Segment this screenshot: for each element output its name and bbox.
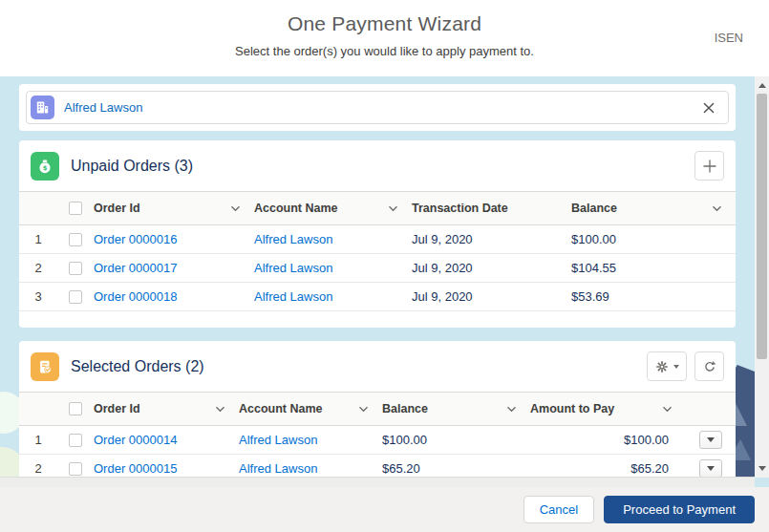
unpaid-orders-card: $ Unpaid Orders (3) [19,140,736,328]
scroll-down-icon[interactable] [755,461,769,476]
order-id-link[interactable]: Order 0000014 [94,433,177,447]
page-subtitle: Select the order(s) you would like to ap… [0,44,769,58]
vertical-scrollbar[interactable] [755,76,769,478]
orders-icon [31,352,59,381]
table-row: 3 Order 0000018 Alfred Lawson Jul 9, 202… [19,283,736,311]
scroll-up-icon[interactable] [755,78,769,93]
column-header-balance[interactable]: Balance [382,402,530,415]
moneybag-icon: $ [31,152,59,181]
refresh-icon [702,359,717,374]
balance-cell: $104.55 [571,261,616,275]
select-all-checkbox[interactable] [69,202,82,215]
cancel-button[interactable]: Cancel [523,496,594,523]
close-icon[interactable] [702,101,716,115]
chevron-down-icon [506,406,517,413]
order-id-link[interactable]: Order 0000015 [94,461,177,476]
account-name-link[interactable]: Alfred Lawson [239,461,317,476]
selected-orders-title: Selected Orders (2) [71,358,204,375]
row-checkbox[interactable] [69,262,82,275]
column-header-transaction-date[interactable]: Transaction Date [412,202,571,215]
dropdown-icon [707,437,715,442]
row-number: 1 [19,433,57,447]
row-checkbox[interactable] [69,233,82,246]
transaction-date-cell: Jul 9, 2020 [412,232,473,246]
column-header-order-id[interactable]: Order Id [94,202,254,215]
balance-cell: $100.00 [571,232,616,246]
chevron-down-icon [712,205,722,212]
table-row: 2 Order 0000017 Alfred Lawson Jul 9, 202… [19,254,736,283]
svg-text:$: $ [43,164,48,172]
transaction-date-cell: Jul 9, 2020 [412,261,473,275]
order-id-link[interactable]: Order 0000016 [94,232,177,246]
proceed-to-payment-button[interactable]: Proceed to Payment [604,496,755,523]
chevron-down-icon [230,205,241,212]
column-header-balance[interactable]: Balance [571,202,736,215]
unpaid-table-header: Order Id Account Name Transaction Date B… [19,191,736,225]
chevron-down-icon [215,406,225,413]
row-action-dropdown-button[interactable] [699,431,722,449]
org-label: ISEN [715,31,743,45]
select-all-checkbox[interactable] [69,402,82,415]
settings-dropdown-button[interactable] [647,351,687,381]
transaction-date-cell: Jul 9, 2020 [412,289,473,304]
balance-cell: $100.00 [382,433,427,447]
row-checkbox[interactable] [69,462,82,476]
chevron-down-icon [358,406,369,413]
order-id-link[interactable]: Order 0000018 [94,289,177,304]
row-number: 2 [19,261,57,275]
refresh-button[interactable] [694,351,724,381]
account-name-link[interactable]: Alfred Lawson [254,289,332,304]
column-header-amount-to-pay[interactable]: Amount to Pay [530,402,686,415]
selected-orders-card: Selected Orders (2) [19,341,736,487]
page-title: One Payment Wizard [0,0,769,35]
account-name-link[interactable]: Alfred Lawson [254,232,332,246]
gear-icon [654,359,670,374]
balance-cell: $53.69 [571,289,609,304]
account-icon [31,96,54,119]
row-action-dropdown-button[interactable] [699,459,722,478]
modal-footer: Cancel Proceed to Payment [0,487,769,532]
selected-table-header: Order Id Account Name Balance Amoun [19,392,736,426]
order-id-link[interactable]: Order 0000017 [94,261,177,275]
modal-header: One Payment Wizard Select the order(s) y… [0,0,769,76]
row-checkbox[interactable] [69,290,82,304]
amount-to-pay-cell: $65.20 [530,461,686,476]
column-header-account-name[interactable]: Account Name [239,402,382,415]
chevron-down-icon [673,365,679,369]
amount-to-pay-cell: $100.00 [530,433,686,447]
one-payment-wizard-modal: One Payment Wizard Select the order(s) y… [0,0,769,532]
account-lookup-field[interactable]: Alfred Lawson [26,91,729,124]
account-name-link[interactable]: Alfred Lawson [239,433,317,447]
chevron-down-icon [662,406,673,413]
add-order-button[interactable] [694,151,724,181]
horizontal-scrollbar[interactable] [0,477,755,487]
row-number: 3 [19,289,57,304]
scrollbar-thumb[interactable] [757,94,767,359]
account-lookup-card: Alfred Lawson [19,84,736,131]
selected-orders-table: Order Id Account Name Balance Amoun [19,392,736,483]
table-row: 1 Order 0000016 Alfred Lawson Jul 9, 202… [19,225,736,254]
plus-icon [703,160,716,173]
column-header-order-id[interactable]: Order Id [94,402,239,415]
chevron-down-icon [388,205,398,212]
unpaid-orders-title: Unpaid Orders (3) [71,158,193,175]
row-number: 2 [19,461,57,476]
lookup-selected-value: Alfred Lawson [64,100,142,115]
account-name-link[interactable]: Alfred Lawson [254,261,332,275]
table-row: 1 Order 0000014 Alfred Lawson $100.00 $1… [19,426,736,455]
modal-body: Alfred Lawson $ [0,76,769,487]
row-number: 1 [19,232,57,246]
balance-cell: $65.20 [382,461,420,476]
column-header-account-name[interactable]: Account Name [254,202,412,215]
dropdown-icon [707,466,715,471]
row-checkbox[interactable] [69,434,82,447]
unpaid-orders-table: Order Id Account Name Transaction Date B… [19,191,736,328]
